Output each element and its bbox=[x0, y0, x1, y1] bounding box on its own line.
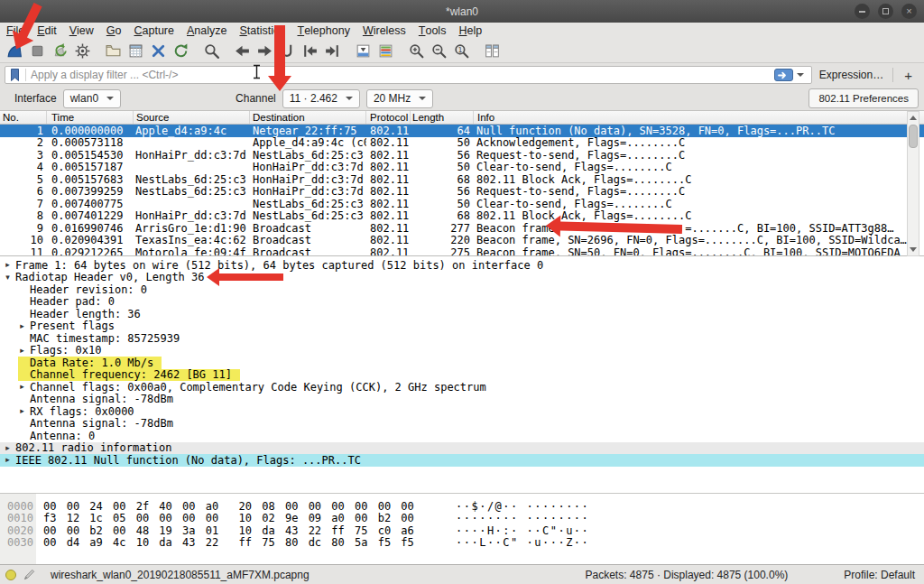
detail-line[interactable]: Antenna: 0 bbox=[0, 430, 924, 442]
packet-row[interactable]: 6 0.007399259 NestLabs_6d:25:c3 (… HonHa… bbox=[0, 186, 924, 199]
expander-icon[interactable]: ▸ bbox=[18, 347, 26, 355]
detail-line[interactable]: MAC timestamp: 85725939 bbox=[0, 332, 924, 345]
detail-line[interactable]: ▸Flags: 0x10 bbox=[0, 345, 924, 357]
packet-row[interactable]: 2 0.000573118 Apple_d4:a9:4c (c0:… 802.1… bbox=[0, 137, 924, 150]
capture-comment-pencil-icon[interactable] bbox=[23, 568, 36, 581]
detail-line[interactable]: ▸802.11 radio information bbox=[0, 442, 924, 455]
maximize-button[interactable] bbox=[878, 4, 893, 19]
expander-icon[interactable]: ▸ bbox=[18, 383, 26, 391]
apply-filter-button[interactable] bbox=[774, 69, 793, 81]
menu-item[interactable]: View bbox=[63, 23, 100, 39]
detail-line[interactable]: Header pad: 0 bbox=[0, 296, 924, 309]
go-last-packet-button[interactable] bbox=[321, 41, 344, 61]
find-packet-button[interactable] bbox=[200, 41, 223, 61]
column-header-protocol[interactable]: Protocol bbox=[366, 111, 411, 124]
packet-row[interactable]: 9 0.016990746 ArrisGro_1e:d1:90 Broadcas… bbox=[0, 222, 924, 235]
detail-line[interactable]: Header length: 36 bbox=[0, 308, 924, 320]
packet-row[interactable]: 3 0.005154530 HonHaiPr_dd:c3:7d (… NestL… bbox=[0, 149, 924, 162]
packet-row[interactable]: 8 0.007401229 HonHaiPr_dd:c3:7d (… NestL… bbox=[0, 210, 924, 223]
menu-item[interactable]: Analyze bbox=[180, 23, 233, 39]
capture-options-button[interactable] bbox=[71, 41, 94, 61]
column-header-source[interactable]: Source bbox=[134, 111, 250, 124]
filter-dropdown-caret-icon[interactable] bbox=[797, 73, 804, 77]
scroll-up-icon[interactable] bbox=[908, 112, 919, 124]
close-file-button[interactable] bbox=[147, 41, 170, 61]
scroll-down-icon[interactable] bbox=[908, 244, 919, 255]
wireless-preferences-button[interactable]: 802.11 Preferences bbox=[808, 88, 919, 108]
zoom-out-button[interactable] bbox=[428, 41, 450, 61]
zoom-original-button[interactable]: 1 bbox=[450, 41, 473, 61]
profile-status[interactable]: Profile: Default bbox=[844, 569, 915, 581]
menu-item[interactable]: Go bbox=[100, 23, 128, 39]
column-header-no[interactable]: No. bbox=[0, 111, 47, 124]
go-forward-button[interactable] bbox=[254, 41, 276, 61]
interface-dropdown[interactable]: wlan0 bbox=[63, 89, 121, 108]
column-header-length[interactable]: Length bbox=[411, 111, 474, 124]
expression-button[interactable]: Expression… bbox=[819, 69, 883, 81]
detail-line[interactable]: ▸Frame 1: 64 bytes on wire (512 bits), 6… bbox=[0, 259, 924, 272]
detail-line[interactable]: ▸Channel flags: 0x00a0, Complementary Co… bbox=[0, 381, 924, 394]
hex-row[interactable]: 0010 f3 12 1c 05 00 00 00 00 10 02 9e 09… bbox=[0, 513, 924, 525]
menu-item[interactable]: Help bbox=[452, 23, 488, 39]
menu-item[interactable]: Wireless bbox=[356, 23, 412, 39]
hex-row[interactable]: 0030 00 d4 a9 4c 10 da 43 22 ff 75 80 dc… bbox=[0, 537, 924, 550]
add-filter-button[interactable]: + bbox=[897, 68, 919, 83]
channel-dropdown[interactable]: 11 · 2.462 bbox=[282, 89, 360, 108]
scrollbar-thumb[interactable] bbox=[909, 125, 918, 148]
bandwidth-dropdown[interactable]: 20 MHz bbox=[366, 89, 433, 108]
start-capture-button[interactable] bbox=[4, 41, 26, 61]
hex-row[interactable]: 0000 00 00 24 00 2f 40 00 a0 20 08 00 00… bbox=[0, 500, 924, 513]
go-to-packet-button[interactable] bbox=[276, 41, 299, 61]
detail-line[interactable]: Header revision: 0 bbox=[0, 283, 924, 296]
display-filter-input[interactable] bbox=[31, 69, 770, 81]
packet-row[interactable]: 5 0.005157683 NestLabs_6d:25:c3 (… HonHa… bbox=[0, 173, 924, 186]
open-file-button[interactable] bbox=[102, 41, 125, 61]
resize-columns-button[interactable] bbox=[481, 41, 504, 61]
hex-row[interactable]: 0020 00 00 b2 00 48 19 3a 01 10 da 43 22… bbox=[0, 524, 924, 537]
go-first-packet-button[interactable] bbox=[299, 41, 321, 61]
bookmark-icon[interactable] bbox=[9, 68, 22, 82]
go-back-button[interactable] bbox=[231, 41, 254, 61]
menu-item[interactable]: Tools bbox=[412, 23, 453, 39]
detail-line[interactable]: Channel frequency: 2462 [BG 11] bbox=[0, 369, 924, 382]
close-button[interactable]: × bbox=[901, 4, 917, 19]
packet-row[interactable]: 10 0.020904391 TexasIns_ea:4c:62 Broadca… bbox=[0, 235, 924, 247]
minimize-button[interactable] bbox=[855, 4, 870, 19]
save-file-button[interactable] bbox=[125, 41, 147, 61]
column-header-destination[interactable]: Destination bbox=[250, 111, 366, 124]
detail-line[interactable]: Antenna signal: -78dBm bbox=[0, 418, 924, 431]
restart-capture-button[interactable] bbox=[49, 41, 71, 61]
detail-line[interactable]: Antenna signal: -78dBm bbox=[0, 394, 924, 406]
column-header-time[interactable]: Time bbox=[47, 111, 134, 124]
expert-info-icon[interactable] bbox=[5, 570, 16, 580]
reload-file-button[interactable] bbox=[170, 41, 192, 61]
title-bar[interactable]: *wlan0 × bbox=[0, 0, 924, 23]
stop-capture-button[interactable] bbox=[26, 41, 49, 61]
column-header-info[interactable]: Info bbox=[474, 111, 924, 124]
menu-item[interactable]: File bbox=[0, 23, 31, 39]
colorize-button[interactable] bbox=[374, 41, 397, 61]
detail-line[interactable]: ▾Radiotap Header v0, Length 36 bbox=[0, 272, 924, 284]
detail-line[interactable]: ▸IEEE 802.11 Null function (No data), Fl… bbox=[0, 454, 924, 467]
expander-icon[interactable]: ▸ bbox=[4, 261, 12, 269]
menu-item[interactable]: Statistics bbox=[233, 23, 291, 39]
expander-icon[interactable]: ▸ bbox=[18, 407, 26, 415]
detail-line[interactable]: ▸RX flags: 0x0000 bbox=[0, 405, 924, 418]
expander-icon[interactable]: ▸ bbox=[4, 456, 12, 464]
packet-row[interactable]: 4 0.005157187 HonHaiPr_dd:c3:7d (… 802.1… bbox=[0, 162, 924, 174]
packet-row[interactable]: 1 0.000000000 Apple_d4:a9:4c Netgear_22:… bbox=[0, 125, 924, 137]
expander-icon[interactable]: ▸ bbox=[4, 444, 12, 452]
menu-item[interactable]: Capture bbox=[128, 23, 180, 39]
packet-list-scrollbar[interactable] bbox=[907, 111, 919, 256]
packet-row[interactable]: 7 0.007400775 NestLabs_6d:25:c3 (… 802.1… bbox=[0, 198, 924, 210]
display-filter-input-box[interactable] bbox=[5, 66, 812, 84]
detail-line[interactable]: Data Rate: 1.0 Mb/s bbox=[0, 357, 924, 369]
zoom-in-button[interactable] bbox=[405, 41, 428, 61]
capture-file-name[interactable]: wireshark_wlan0_20190218085511_aMF7XM.pc… bbox=[51, 569, 310, 581]
auto-scroll-button[interactable] bbox=[352, 41, 374, 61]
menu-item[interactable]: Edit bbox=[31, 23, 63, 39]
packet-row[interactable]: 11 0.029212265 Motorola_fe:09:4f Broadca… bbox=[0, 246, 924, 255]
menu-item[interactable]: Telephony bbox=[291, 23, 356, 39]
expander-icon[interactable]: ▾ bbox=[4, 273, 12, 282]
expander-icon[interactable]: ▸ bbox=[18, 322, 26, 330]
